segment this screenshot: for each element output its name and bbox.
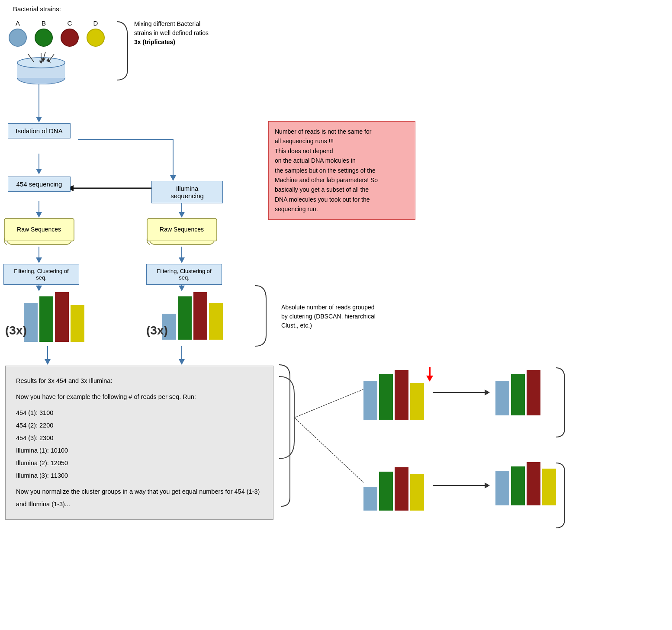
triplicates-left-label: (3x) (5, 324, 27, 338)
bra-bar-4 (542, 469, 556, 505)
bacterial-strains-label: Bacterial strains: (13, 5, 61, 13)
svg-marker-16 (179, 257, 185, 263)
svg-marker-10 (36, 212, 42, 218)
isolation-label: Isolation of DNA (16, 127, 62, 135)
bar-right-3 (193, 292, 207, 340)
svg-line-40 (294, 418, 363, 482)
bottom-right-after-chart (495, 462, 556, 505)
diagram-container: Bacterial strains: A B C D (0, 0, 672, 630)
strain-B-circle (35, 29, 53, 47)
trb-bar-1 (363, 381, 377, 420)
result-row-5: Illumina (2): 12050 (16, 457, 263, 469)
svg-marker-3 (36, 169, 42, 174)
filtering-right-label: Filtering, Clustering of seq. (157, 268, 211, 281)
svg-marker-14 (36, 257, 42, 263)
bar-chart-right (162, 292, 223, 340)
result-row-2: 454 (2): 2200 (16, 419, 263, 432)
trb-bar-4 (410, 383, 424, 420)
seq454-label: 454 sequencing (16, 180, 62, 188)
trb-bar-2 (379, 374, 393, 420)
bar-left-4 (71, 305, 84, 342)
strain-D: D (87, 19, 105, 47)
strain-A-label: A (16, 19, 20, 27)
illumina-box: Illumina sequencing (151, 181, 223, 203)
strain-D-circle (87, 29, 105, 47)
tra-bar-3 (527, 370, 540, 415)
strain-C: C (61, 19, 79, 47)
strain-B-label: B (42, 19, 46, 27)
triplicates-right-label: (3x) (146, 324, 168, 338)
strain-A: A (9, 19, 27, 47)
top-right-arrow (433, 389, 490, 395)
strain-C-circle (61, 29, 79, 47)
svg-marker-1 (36, 117, 42, 122)
bar-left-3 (55, 292, 69, 342)
abs-reads-text: Absolute number of reads grouped by clut… (281, 303, 376, 330)
result-row-3: 454 (3): 2300 (16, 432, 263, 444)
tra-bar-1 (495, 381, 509, 415)
raw-seq-left: Raw Sequences (3, 218, 75, 246)
top-right-before-chart (363, 370, 424, 420)
bar-right-4 (209, 303, 223, 340)
bar-chart-left (24, 292, 84, 342)
isolation-box: Isolation of DNA (8, 123, 71, 138)
svg-marker-24 (179, 359, 185, 365)
raw-seq-right: Raw Sequences (146, 218, 218, 246)
results-intro: Now you have for example the following #… (16, 391, 263, 403)
bottom-right-before-chart (363, 467, 424, 511)
strain-C-label: C (68, 19, 72, 27)
svg-marker-8 (170, 175, 176, 181)
results-box: Results for 3x 454 and 3x Illumina: Now … (5, 366, 273, 520)
strain-A-circle (9, 29, 27, 47)
result-row-6: Illumina (3): 11300 (16, 469, 263, 482)
seq454-box: 454 sequencing (8, 177, 71, 192)
results-title: Results for 3x 454 and 3x Illumina: (16, 375, 263, 387)
filtering-left: Filtering, Clustering of seq. (3, 264, 79, 285)
svg-marker-12 (179, 212, 185, 218)
bra-bar-2 (511, 466, 525, 505)
note-box: Number of reads is not the same forall s… (268, 121, 415, 220)
svg-line-39 (294, 389, 363, 418)
result-row-4: Illumina (1): 10100 (16, 444, 263, 457)
results-data-list: 454 (1): 3100 454 (2): 2200 454 (3): 230… (16, 407, 263, 482)
bra-bar-1 (495, 471, 509, 505)
svg-text:Raw Sequences: Raw Sequences (17, 226, 61, 233)
abs-reads-content: Absolute number of reads grouped by clut… (281, 304, 376, 329)
results-footer: Now you normalize the cluster groups in … (16, 485, 263, 511)
bottom-right-arrow (433, 482, 490, 489)
red-arrow-indicator (426, 367, 433, 382)
bra-bar-3 (527, 462, 540, 505)
note-text: Number of reads is not the same forall s… (275, 128, 378, 212)
brb-bar-1 (363, 487, 377, 511)
illumina-label: Illumina sequencing (170, 185, 204, 199)
trb-bar-3 (395, 370, 408, 420)
brb-bar-4 (410, 474, 424, 511)
mixing-text: Mixing different Bacterialstrains in wel… (134, 19, 247, 47)
brb-bar-3 (395, 467, 408, 511)
svg-marker-22 (45, 359, 51, 365)
strain-D-label: D (93, 19, 98, 27)
tra-bar-2 (511, 374, 525, 415)
strain-B: B (35, 19, 53, 47)
flask-icon (13, 50, 69, 84)
bar-left-2 (39, 296, 53, 342)
brb-bar-2 (379, 472, 393, 511)
filtering-right: Filtering, Clustering of seq. (146, 264, 222, 285)
svg-text:Raw Sequences: Raw Sequences (160, 226, 204, 233)
result-row-1: 454 (1): 3100 (16, 407, 263, 419)
svg-marker-20 (179, 286, 185, 291)
strain-circles: A B C D (9, 19, 105, 47)
filtering-left-label: Filtering, Clustering of seq. (14, 268, 68, 281)
svg-marker-18 (36, 286, 42, 291)
bar-right-2 (178, 296, 192, 340)
top-right-after-chart (495, 370, 540, 415)
